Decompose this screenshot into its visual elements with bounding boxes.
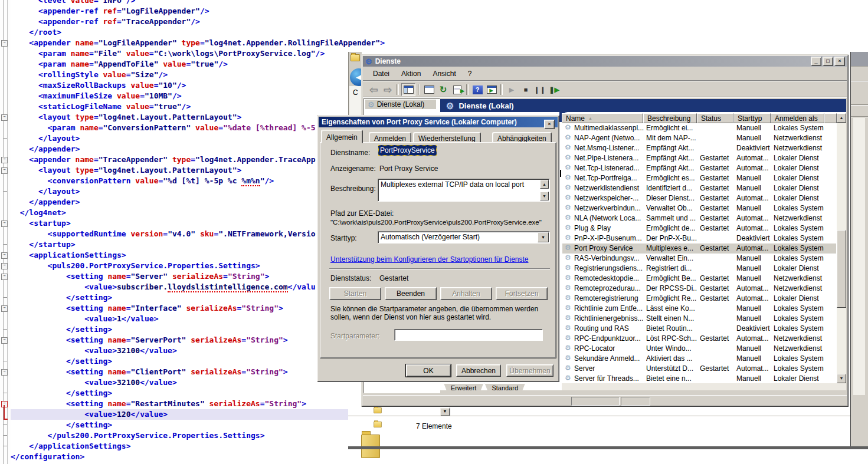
service-row[interactable]: ⚙Server für Threads...Bietet eine n...Ma… (562, 374, 836, 384)
maximize-button[interactable]: □ (823, 57, 833, 66)
forward-icon[interactable]: ⇨ (381, 84, 394, 96)
service-row[interactable]: ⚙RPC-LocatorUnter Windo...ManuellNetzwer… (562, 344, 836, 354)
service-anmelden-cell: Lokaler Dienst (774, 264, 835, 274)
properties-icon[interactable] (422, 84, 435, 96)
scroll-up-icon[interactable]: ▲ (837, 113, 846, 123)
scrollbar-track[interactable] (853, 118, 865, 395)
dialog-titlebar[interactable]: Eigenschaften von Port Proxy Service (Lo… (319, 117, 558, 127)
service-gear-icon: ⚙ (565, 284, 571, 292)
service-row[interactable]: ⚙PnP-X-IP-Busenum...Der PnP-X-Bu...Deakt… (562, 233, 836, 243)
service-row[interactable]: ⚙RPC-Endpunktzuor...Löst RPC-Sch...Gesta… (562, 334, 836, 344)
column-header-anmelden-als[interactable]: Anmelden als (771, 113, 824, 123)
menu-item-datei[interactable]: Datei (368, 68, 395, 79)
column-header-name[interactable]: Name▲ (562, 113, 643, 123)
service-row[interactable]: ⚙RAS-Verbindungsv...Verwaltet Ein...Manu… (562, 254, 836, 264)
code-line: <appender name="LogFileAppender" type="l… (11, 38, 385, 48)
service-row[interactable]: ⚙Netzwerkverbindun...Verwaltet Ob...Gest… (562, 203, 836, 213)
tree-item-dienste-lokal[interactable]: ⚙ Dienste (Lokal) (365, 100, 436, 109)
service-row[interactable]: ⚙NLA (Network Loca...Sammelt und ...Gest… (562, 213, 836, 223)
chevron-down-icon[interactable]: ▼ (440, 407, 450, 416)
beenden-button[interactable]: Beenden (385, 287, 437, 300)
view-tab-standard[interactable]: Standard (484, 383, 525, 394)
menu-item-ansicht[interactable]: Ansicht (427, 68, 461, 79)
service-row[interactable]: ⚙Netzwerkspeicher-...Dieser Dienst...Ges… (562, 193, 836, 203)
service-row[interactable]: ⚙Plug & PlayErmöglicht de...GestartetAut… (562, 223, 836, 233)
beschreibung-textbox[interactable]: Multiplexes external TCP/IP data on loca… (378, 179, 550, 202)
abbrechen-button[interactable]: Abbrechen (456, 364, 501, 377)
scroll-down-icon[interactable]: ▼ (837, 374, 846, 383)
help-icon[interactable]: ? (471, 84, 484, 96)
service-row[interactable]: ⚙Net.Tcp-Portfreiga...Ermöglicht es...Ge… (562, 173, 836, 183)
service-row[interactable]: ⚙Net.Msmq-Listener...Empfängt Akt...Deak… (562, 143, 836, 153)
service-row[interactable]: ⚙Net.Tcp-Listenerad...Empfängt Akt...Ges… (562, 163, 836, 173)
code-line: <appender-ref ref="TraceAppender"/> (11, 17, 200, 27)
code-line: </log4net> (11, 208, 66, 218)
service-gear-icon: ⚙ (565, 214, 571, 222)
service-name-cell: Netzwerkverbindun... (574, 203, 644, 213)
refresh-icon[interactable]: ↻ (437, 84, 450, 96)
column-header-beschreibung[interactable]: Beschreibung (643, 113, 697, 123)
restart-service-icon[interactable]: ❚▶ (548, 84, 561, 96)
view-tab-erweitert[interactable]: Erweitert (444, 383, 483, 394)
menu-item-?[interactable]: ? (463, 68, 477, 79)
service-row[interactable]: ⚙NetzwerklistendienstIdentifiziert d...G… (562, 183, 836, 193)
service-name-cell: PnP-X-IP-Busenum... (574, 233, 644, 243)
vertical-scrollbar[interactable]: ▲ ▼ (837, 113, 846, 383)
close-button[interactable]: × (834, 57, 845, 66)
service-row[interactable]: ⚙RemoteregistrierungErmöglicht Re...Gest… (562, 294, 836, 304)
service-desc-cell: Ermöglicht ei... (646, 123, 697, 133)
export-list-icon[interactable]: ▶ (451, 84, 464, 96)
code-line: </configuration> (11, 452, 84, 462)
service-row[interactable]: ⚙Remoteprozedurau...Der RPCSS-Di...Gesta… (562, 284, 836, 294)
service-row[interactable]: ⚙Multimediaklassenpl...Ermöglicht ei...M… (562, 123, 836, 133)
scrollbar-thumb[interactable] (837, 230, 846, 308)
services-window-titlebar[interactable]: ⚙ Dienste _ □ × (363, 56, 847, 67)
start-service-icon[interactable]: ▶ (505, 84, 518, 96)
service-row[interactable]: ⚙Richtlinie zum Entfe...Lässt eine Ko...… (562, 304, 836, 314)
chevron-down-icon[interactable]: ▼ (538, 232, 549, 242)
service-row[interactable]: ⚙Port Proxy ServiceMultiplexes e...Gesta… (562, 243, 836, 254)
column-header-starttyp[interactable]: Starttyp (733, 113, 771, 123)
service-name-cell: RPC-Endpunktzuor... (574, 334, 644, 344)
service-row[interactable]: ⚙Sekundäre Anmeld...Aktiviert das ...Man… (562, 354, 836, 364)
service-desc-cell: Der PnP-X-Bu... (646, 233, 697, 243)
service-name-cell: Routing und RAS (574, 324, 644, 334)
service-name-cell: Remoteregistrierung (574, 294, 644, 304)
extended-view-icon[interactable]: ▶ (485, 84, 498, 96)
pfad-label: Pfad zur EXE-Datei: (330, 209, 394, 218)
close-icon[interactable]: × (544, 120, 555, 129)
code-line: <value>32100</value> (11, 377, 177, 388)
service-row[interactable]: ⚙ServerUnterstützt D...GestartetAutomat.… (562, 364, 836, 374)
ok-button[interactable]: OK (406, 364, 451, 377)
code-line: <setting name="ClientPort" serializeAs="… (11, 367, 288, 377)
minimize-button[interactable]: _ (811, 57, 821, 66)
sort-ascending-icon: ▲ (588, 116, 592, 120)
service-desc-cell: Empfängt Akt... (646, 163, 697, 173)
startoptionen-link[interactable]: Unterstützung beim Konfigurieren der Sta… (330, 255, 529, 264)
beschreibung-label: Beschreibung: (330, 185, 376, 193)
back-icon[interactable]: ◀ (350, 68, 362, 86)
menu-item-aktion[interactable]: Aktion (396, 68, 426, 79)
service-row[interactable]: ⚙Remotedesktopdie...Ermöglicht Be...Gest… (562, 274, 836, 284)
starttyp-combobox[interactable]: Automatisch (Verzögerter Start) ▼ (378, 231, 550, 243)
pause-service-icon[interactable]: ❙❙ (533, 84, 546, 96)
dienstname-value[interactable]: PortProxyService (378, 146, 437, 154)
service-row[interactable]: ⚙Routing und RASBietet Routin...Deaktivi… (562, 324, 836, 334)
show-console-tree-icon[interactable] (401, 83, 415, 96)
service-row[interactable]: ⚙Richtlinienergebniss...Stellt einen N..… (562, 314, 836, 324)
service-row[interactable]: ⚙NAP-Agent (Netwo...Mit dem NAP-...Manue… (562, 133, 836, 143)
scroll-up-icon[interactable]: ▲ (540, 180, 549, 189)
startparameter-field[interactable] (394, 329, 543, 341)
scroll-down-icon[interactable]: ▼ (540, 192, 549, 200)
service-name-cell: Net.Tcp-Portfreiga... (574, 173, 644, 183)
service-row[interactable]: ⚙Net.Pipe-Listenera...Empfängt Akt...Ges… (562, 153, 836, 163)
tab-allgemein[interactable]: Allgemein (321, 130, 363, 143)
window-edge-segment (851, 81, 868, 105)
column-header-status[interactable]: Status (697, 113, 733, 123)
service-name-cell: Netzwerklistendienst (574, 183, 644, 193)
service-gear-icon: ⚙ (565, 374, 571, 382)
back-icon[interactable]: ⇦ (367, 84, 380, 96)
service-row[interactable]: ⚙Registrierungsdiens...Registriert di...… (562, 264, 836, 274)
folder-icon (374, 422, 382, 427)
stop-service-icon[interactable]: ■ (519, 84, 532, 96)
